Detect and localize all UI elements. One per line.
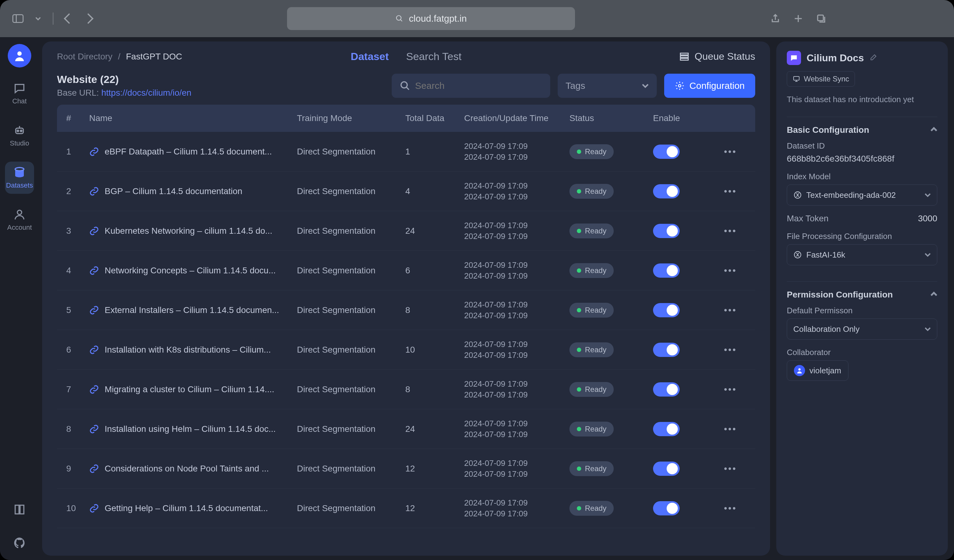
enable-toggle[interactable] — [653, 501, 680, 515]
docs-icon[interactable] — [13, 503, 26, 517]
details-panel: Cilium Docs Website Sync This dataset ha… — [776, 42, 948, 556]
row-actions-button[interactable]: ••• — [724, 226, 737, 236]
row-actions-button[interactable]: ••• — [724, 384, 737, 394]
monitor-icon — [793, 75, 800, 82]
table-row[interactable]: 9Considerations on Node Pool Taints and … — [57, 449, 755, 488]
row-name: Installation with K8s distributions – Ci… — [104, 345, 271, 355]
tab-search-test[interactable]: Search Test — [406, 50, 461, 62]
svg-point-0 — [396, 16, 401, 20]
url-bar[interactable]: cloud.fatgpt.in — [287, 7, 575, 30]
nav-account[interactable]: Account — [5, 204, 34, 236]
table-row[interactable]: 6Installation with K8s distributions – C… — [57, 330, 755, 370]
enable-toggle[interactable] — [653, 145, 680, 159]
url-text: cloud.fatgpt.in — [409, 13, 467, 24]
col-time: Creation/Update Time — [464, 113, 569, 123]
row-index: 1 — [66, 147, 89, 157]
github-icon[interactable] — [13, 537, 26, 551]
max-token-value: 3000 — [918, 214, 937, 224]
enable-toggle[interactable] — [653, 343, 680, 357]
collaborator-chip[interactable]: violetjam — [787, 360, 848, 381]
row-name: Kubernetes Networking – cilium 1.14.5 do… — [104, 226, 273, 236]
row-actions-button[interactable]: ••• — [724, 345, 737, 355]
search-input[interactable] — [415, 81, 542, 91]
table-row[interactable]: 8Installation using Helm – Cilium 1.14.5… — [57, 409, 755, 449]
enable-toggle[interactable] — [653, 224, 680, 238]
browser-chrome: cloud.fatgpt.in — [0, 0, 954, 37]
divider — [53, 12, 53, 25]
table-row[interactable]: 4Networking Concepts – Cilium 1.14.5 doc… — [57, 251, 755, 290]
row-times: 2024-07-09 17:092024-07-09 17:09 — [464, 221, 569, 241]
row-name: BGP – Cilium 1.14.5 documentation — [104, 187, 242, 196]
dataset-panel: Root Directory / FastGPT DOC Dataset Sea… — [42, 42, 770, 556]
svg-rect-1 — [818, 15, 823, 21]
row-actions-button[interactable]: ••• — [724, 464, 737, 473]
collaborator-label: Collaborator — [787, 348, 937, 357]
enable-toggle[interactable] — [653, 422, 680, 436]
tab-dataset[interactable]: Dataset — [351, 50, 389, 62]
index-model-select[interactable]: Text-embeeding-ada-002 — [787, 185, 937, 205]
row-actions-button[interactable]: ••• — [724, 266, 737, 275]
enable-toggle[interactable] — [653, 184, 680, 198]
nav-studio[interactable]: Studio — [5, 120, 34, 152]
nav-forward-icon[interactable] — [83, 13, 94, 24]
row-total: 24 — [405, 424, 464, 434]
enable-toggle[interactable] — [653, 263, 680, 278]
status-badge: Ready — [569, 501, 614, 516]
tags-select[interactable]: Tags — [558, 74, 657, 98]
sidebar-toggle-icon[interactable] — [12, 14, 23, 23]
configuration-button[interactable]: Configuration — [664, 74, 755, 98]
row-actions-button[interactable]: ••• — [724, 147, 737, 156]
table-row[interactable]: 1eBPF Datapath – Cilium 1.14.5 document.… — [57, 132, 755, 171]
row-actions-button[interactable]: ••• — [724, 503, 737, 513]
link-icon — [89, 266, 99, 275]
breadcrumb-root[interactable]: Root Directory — [57, 52, 112, 62]
search-box[interactable] — [392, 74, 550, 98]
row-actions-button[interactable]: ••• — [724, 305, 737, 315]
nav-datasets[interactable]: Datasets — [5, 162, 34, 194]
default-permission-select[interactable]: Collaboration Only — [787, 319, 937, 339]
table-header: # Name Training Mode Total Data Creation… — [57, 105, 755, 132]
details-title: Cilium Docs — [807, 52, 864, 64]
search-icon — [395, 14, 404, 23]
edit-title-button[interactable] — [870, 52, 878, 64]
table-row[interactable]: 2BGP – Cilium 1.14.5 documentationDirect… — [57, 171, 755, 211]
base-url-link[interactable]: https://docs/cilium/io/en — [101, 88, 191, 98]
row-actions-button[interactable]: ••• — [724, 424, 737, 434]
basic-config-header[interactable]: Basic Configuration — [787, 125, 937, 135]
link-icon — [89, 226, 99, 236]
file-proc-label: File Processing Configuration — [787, 232, 937, 241]
share-icon[interactable] — [770, 13, 781, 24]
enable-toggle[interactable] — [653, 462, 680, 476]
nav-chat-label: Chat — [12, 97, 26, 105]
website-title: Website (22) — [57, 73, 191, 86]
dataset-icon — [787, 51, 801, 65]
chevron-down-icon[interactable] — [35, 16, 41, 21]
row-actions-button[interactable]: ••• — [724, 187, 737, 196]
row-name: Migrating a cluster to Cilium – Cilium 1… — [104, 384, 274, 394]
svg-point-2 — [17, 51, 22, 56]
row-times: 2024-07-09 17:092024-07-09 17:09 — [464, 260, 569, 281]
row-total: 8 — [405, 384, 464, 394]
link-icon — [89, 384, 99, 394]
table-row[interactable]: 7Migrating a cluster to Cilium – Cilium … — [57, 370, 755, 409]
table-row[interactable]: 5External Installers – Cilium 1.14.5 doc… — [57, 290, 755, 330]
website-sync-button[interactable]: Website Sync — [787, 71, 855, 87]
row-mode: Direct Segmentation — [297, 424, 405, 434]
table-row[interactable]: 3Kubernetes Networking – cilium 1.14.5 d… — [57, 211, 755, 251]
row-total: 12 — [405, 464, 464, 474]
table-row[interactable]: 10Getting Help – Cilium 1.14.5 documenta… — [57, 488, 755, 528]
status-badge: Ready — [569, 461, 614, 476]
queue-status-button[interactable]: Queue Status — [679, 51, 755, 62]
nav-back-icon[interactable] — [64, 13, 74, 24]
status-badge: Ready — [569, 224, 614, 238]
nav-chat[interactable]: Chat — [5, 78, 34, 110]
enable-toggle[interactable] — [653, 303, 680, 317]
file-proc-select[interactable]: FastAI-16k — [787, 244, 937, 265]
permission-config-header[interactable]: Permission Configuration — [787, 290, 937, 300]
user-avatar[interactable] — [8, 44, 31, 67]
chevron-down-icon — [924, 326, 931, 332]
tabs-icon[interactable] — [816, 13, 826, 24]
enable-toggle[interactable] — [653, 382, 680, 397]
row-index: 7 — [66, 384, 89, 394]
plus-icon[interactable] — [793, 13, 803, 24]
